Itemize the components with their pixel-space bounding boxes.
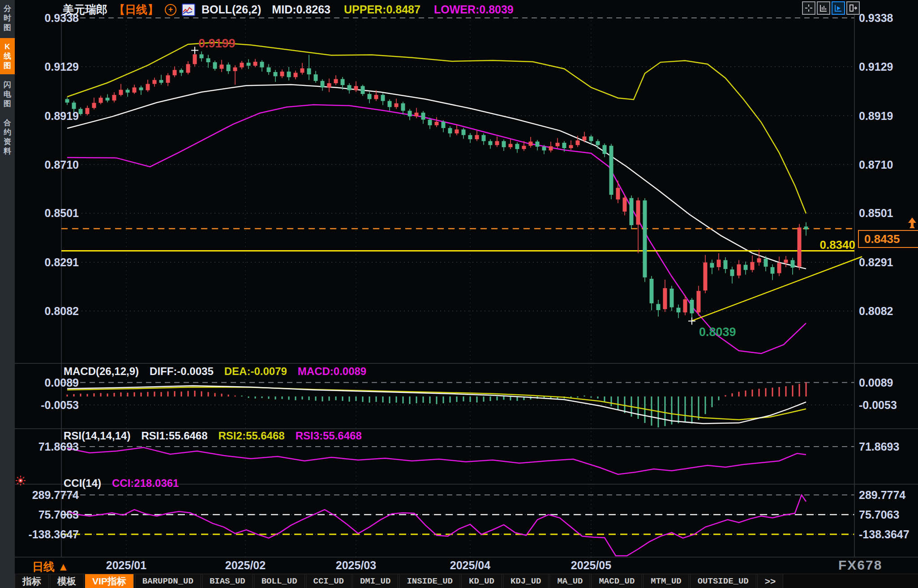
macd-diff-value: DIFF:-0.0035	[150, 365, 214, 378]
alert-sun-icon[interactable]	[15, 475, 26, 488]
boll-mid-value: MID:0.8263	[272, 3, 330, 16]
tab-barupdnud[interactable]: BARUPDN_UD	[135, 574, 201, 588]
svg-text:0.8291: 0.8291	[859, 256, 893, 268]
svg-text:0.0089: 0.0089	[45, 376, 79, 389]
pan-crosshair-icon[interactable]	[802, 1, 815, 15]
svg-text:0.8082: 0.8082	[45, 305, 79, 317]
chart-canvas[interactable]: 0.91990.80390.93380.93380.91290.91290.89…	[0, 0, 918, 588]
cci-header: CCI(14) CCI:218.0361	[64, 477, 179, 490]
svg-text:0.8039: 0.8039	[699, 325, 736, 339]
symbol-title: 美元瑞郎	[63, 2, 107, 17]
tab-kdjud[interactable]: KDJ_UD	[503, 574, 549, 588]
rsi-name: RSI(14,14,14)	[64, 430, 130, 442]
tab-[interactable]: 模板	[50, 574, 84, 588]
svg-text:0.0089: 0.0089	[859, 376, 893, 389]
boll-indicator-label: BOLL(26,2)	[202, 3, 261, 16]
mini-chart-icon	[182, 4, 195, 16]
tab-maud[interactable]: MA_UD	[549, 574, 590, 588]
svg-text:71.8693: 71.8693	[859, 440, 899, 453]
svg-text:75.7063: 75.7063	[859, 508, 899, 521]
yellow-level-label: 0.8340	[793, 238, 855, 252]
tab-mtmud[interactable]: MTM_UD	[643, 574, 689, 588]
tab-biasud[interactable]: BIAS_UD	[202, 574, 253, 588]
boll-upper-value: UPPER:0.8487	[344, 3, 420, 16]
svg-text:2025/05: 2025/05	[571, 559, 611, 571]
tab-vip[interactable]: VIP指标	[85, 574, 134, 588]
fx678-watermark: FX678	[838, 558, 882, 573]
period-tag[interactable]: 【日线】	[114, 2, 159, 17]
svg-text:-0.0053: -0.0053	[41, 399, 79, 411]
panel-arrow-icon[interactable]	[846, 1, 860, 15]
svg-text:-138.3647: -138.3647	[859, 528, 909, 541]
svg-text:0.8291: 0.8291	[45, 256, 79, 268]
svg-text:289.7774: 289.7774	[859, 489, 905, 501]
cci-value: CCI:218.0361	[112, 477, 179, 490]
chart-header: 美元瑞郎 【日线】 + BOLL(26,2) MID:0.8263 UPPER:…	[63, 2, 514, 17]
svg-text:0.9129: 0.9129	[859, 60, 893, 73]
macd-header: MACD(26,12,9) DIFF:-0.0035 DEA:-0.0079 M…	[64, 365, 366, 378]
chart-toolbar	[802, 1, 860, 15]
sidebar-item-3[interactable]: 合约资料	[0, 114, 15, 160]
tab-bollud[interactable]: BOLL_UD	[254, 574, 305, 588]
add-indicator-icon[interactable]: +	[165, 4, 176, 16]
svg-text:0.8919: 0.8919	[859, 110, 893, 122]
sidebar-item-0[interactable]: 分时图	[0, 0, 15, 36]
tab-[interactable]: 指标	[15, 574, 49, 588]
tab-macdud[interactable]: MACD_UD	[591, 574, 642, 588]
svg-text:2025/03: 2025/03	[336, 559, 376, 571]
svg-text:2025/02: 2025/02	[225, 559, 266, 571]
cci-name: CCI(14)	[64, 477, 101, 490]
svg-text:0.8501: 0.8501	[859, 207, 893, 219]
rsi3-value: RSI3:55.6468	[296, 430, 362, 442]
svg-text:75.7063: 75.7063	[39, 508, 79, 521]
axis-chart-icon[interactable]	[817, 1, 830, 15]
svg-text:-138.3647: -138.3647	[28, 528, 79, 541]
trading-app-window: 分时图K线图闪电图合约资料 0.91990.80390.93380.93380.…	[0, 0, 918, 588]
indicator-tabbar: 指标模板VIP指标BARUPDN_UDBIAS_UDBOLL_UDCCI_UDD…	[15, 574, 918, 588]
tab-insideud[interactable]: INSIDE_UD	[399, 574, 460, 588]
rsi1-value: RSI1:55.6468	[141, 430, 207, 442]
svg-text:0.8710: 0.8710	[45, 158, 79, 171]
svg-text:289.7774: 289.7774	[32, 489, 79, 501]
svg-text:0.8501: 0.8501	[45, 207, 79, 219]
price-up-arrow-icon	[907, 217, 917, 232]
rsi-header: RSI(14,14,14) RSI1:55.6468 RSI2:55.6468 …	[64, 430, 362, 442]
current-price-value: 0.8435	[864, 232, 900, 246]
axis-play-icon[interactable]	[832, 1, 845, 15]
svg-text:0.8082: 0.8082	[859, 305, 893, 317]
sidebar-item-2[interactable]: 闪电图	[0, 76, 15, 112]
chart-type-sidebar: 分时图K线图闪电图合约资料	[0, 0, 15, 588]
tab-kdud[interactable]: KD_UD	[461, 574, 502, 588]
svg-text:0.9199: 0.9199	[198, 37, 236, 50]
current-price-badge: 0.8435	[858, 230, 918, 248]
svg-text:0.9338: 0.9338	[859, 12, 893, 24]
svg-text:0.9129: 0.9129	[45, 60, 79, 73]
svg-text:0.8710: 0.8710	[859, 158, 893, 171]
period-selector[interactable]: 日线 ▲	[32, 559, 69, 574]
macd-name: MACD(26,12,9)	[64, 365, 139, 378]
svg-text:2025/04: 2025/04	[450, 559, 490, 571]
svg-text:-0.0053: -0.0053	[859, 399, 897, 411]
tab-cciud[interactable]: CCI_UD	[306, 574, 352, 588]
tab-[interactable]: >>	[757, 574, 784, 588]
tab-outsideud[interactable]: OUTSIDE_UD	[690, 574, 756, 588]
svg-text:0.8919: 0.8919	[45, 110, 79, 122]
macd-dea-value: DEA:-0.0079	[224, 365, 287, 378]
svg-text:71.8693: 71.8693	[39, 440, 79, 453]
macd-macd-value: MACD:0.0089	[298, 365, 366, 378]
rsi2-value: RSI2:55.6468	[219, 430, 285, 442]
tab-dmiud[interactable]: DMI_UD	[352, 574, 398, 588]
boll-lower-value: LOWER:0.8039	[434, 3, 514, 16]
svg-text:2025/01: 2025/01	[106, 559, 146, 571]
sidebar-item-1[interactable]: K线图	[0, 38, 15, 74]
